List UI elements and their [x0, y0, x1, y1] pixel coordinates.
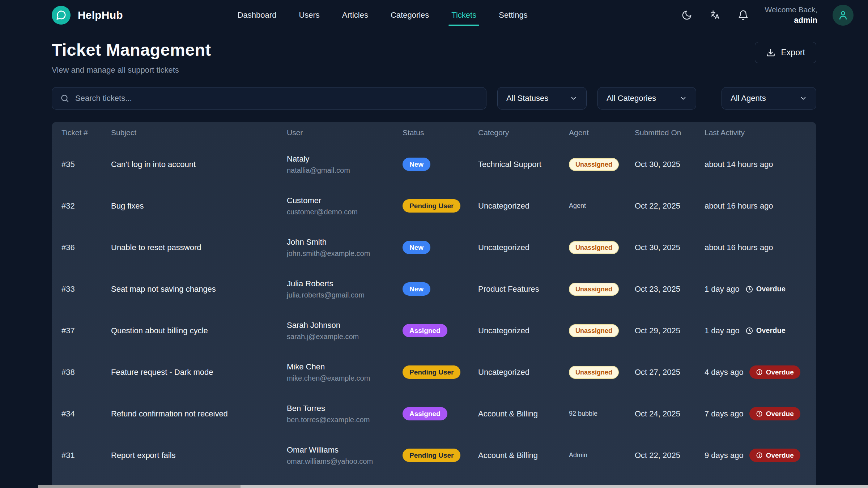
ticket-subject[interactable]: Refund confirmation not received	[111, 409, 287, 419]
page-header: Ticket Management View and manage all su…	[0, 30, 868, 75]
ticket-row[interactable]: #34Refund confirmation not receivedBen T…	[52, 393, 816, 435]
overdue-indicator: Overdue	[745, 326, 786, 335]
ticket-status-cell: Pending User	[403, 365, 478, 379]
nav-item-settings[interactable]: Settings	[498, 0, 528, 30]
scrollbar-thumb[interactable]	[38, 485, 241, 488]
alert-circle-icon	[756, 369, 763, 376]
ticket-subject[interactable]: Bug fixes	[111, 201, 287, 211]
search-input[interactable]	[75, 94, 478, 103]
ticket-user: Ben Torresben.torres@example.com	[287, 404, 403, 424]
overdue-label: Overdue	[756, 326, 786, 335]
category-filter-select[interactable]: All Categories	[597, 87, 696, 110]
ticket-agent-cell: Unassigned	[569, 241, 635, 254]
last-activity-cell: 1 day agoOverdue	[705, 326, 807, 335]
brand-logo-group[interactable]: HelpHub	[52, 6, 123, 25]
ticket-category: Uncategorized	[478, 243, 569, 252]
ticket-status-cell: Pending User	[403, 199, 478, 213]
topbar-right-group: Welcome Back, admin	[680, 5, 854, 26]
overdue-indicator: Overdue	[745, 285, 786, 293]
ticket-agent-cell: 92 bubble	[569, 410, 635, 418]
filters-bar: All Statuses All Categories All Agents	[0, 75, 868, 110]
alert-circle-icon	[756, 452, 763, 459]
ticket-subject[interactable]: Feature request - Dark mode	[111, 368, 287, 377]
nav-item-dashboard[interactable]: Dashboard	[237, 0, 277, 30]
last-activity-time: about 16 hours ago	[705, 243, 773, 252]
overdue-label: Overdue	[766, 452, 794, 459]
status-filter-select[interactable]: All Statuses	[497, 87, 587, 110]
ticket-category: Account & Billing	[478, 451, 569, 460]
overdue-label: Overdue	[766, 410, 794, 417]
search-icon	[60, 94, 69, 103]
ticket-status-cell: New	[403, 282, 478, 296]
notifications-button[interactable]	[737, 9, 750, 22]
agent-unassigned-badge: Unassigned	[569, 283, 619, 296]
ticket-category: Account & Billing	[478, 409, 569, 419]
search-box[interactable]	[52, 87, 486, 110]
nav-item-articles[interactable]: Articles	[341, 0, 369, 30]
ticket-user: Omar Williamsomar.williams@yahoo.com	[287, 445, 403, 466]
agent-filter-select[interactable]: All Agents	[722, 87, 816, 110]
last-activity-cell: 1 day agoOverdue	[705, 284, 807, 294]
ticket-row[interactable]: #38Feature request - Dark modeMike Chenm…	[52, 351, 816, 393]
top-navigation-bar: HelpHub DashboardUsersArticlesCategories…	[0, 0, 868, 30]
submitted-date: Oct 30, 2025	[635, 160, 705, 169]
ticket-subject[interactable]: Question about billing cycle	[111, 326, 287, 335]
user-email: omar.williams@yahoo.com	[287, 457, 403, 466]
username: admin	[765, 15, 818, 26]
user-name: Customer	[287, 196, 403, 205]
dark-mode-toggle[interactable]	[680, 9, 693, 22]
ticket-row[interactable]: #31Report export failsOmar Williamsomar.…	[52, 435, 816, 476]
column-header: User	[287, 128, 403, 137]
ticket-subject[interactable]: Unable to reset password	[111, 243, 287, 252]
submitted-date: Oct 29, 2025	[635, 326, 705, 335]
ticket-row[interactable]: #35Can't log in into accountNatalynatall…	[52, 144, 816, 185]
ticket-number: #38	[61, 368, 111, 377]
user-name: John Smith	[287, 237, 403, 247]
last-activity-cell: about 14 hours ago	[705, 160, 807, 169]
ticket-user: Mike Chenmike.chen@example.com	[287, 362, 403, 382]
ticket-row[interactable]: #36Unable to reset passwordJohn Smithjoh…	[52, 227, 816, 268]
ticket-number: #32	[61, 201, 111, 211]
agent-unassigned-badge: Unassigned	[569, 366, 619, 379]
status-filter-value: All Statuses	[506, 94, 548, 103]
page-title: Ticket Management	[52, 40, 211, 60]
welcome-text: Welcome Back, admin	[765, 5, 818, 26]
ticket-number: #31	[61, 451, 111, 460]
ticket-category: Uncategorized	[478, 368, 569, 377]
last-activity-time: about 16 hours ago	[705, 201, 773, 211]
column-header: Category	[478, 128, 569, 137]
column-header: Status	[403, 128, 478, 137]
last-activity-cell: 7 days agoOverdue	[705, 407, 807, 420]
nav-item-users[interactable]: Users	[298, 0, 320, 30]
horizontal-scrollbar[interactable]	[38, 485, 868, 488]
helphub-logo	[52, 6, 71, 25]
overdue-badge: Overdue	[749, 449, 800, 462]
chat-bubble-icon	[56, 10, 67, 21]
brand-name: HelpHub	[78, 9, 123, 21]
ticket-row[interactable]: #37Question about billing cycleSarah Joh…	[52, 310, 816, 351]
status-badge: Pending User	[403, 365, 460, 379]
ticket-agent-cell: Unassigned	[569, 366, 635, 379]
user-avatar[interactable]	[833, 5, 854, 26]
ticket-number: #36	[61, 243, 111, 252]
user-name: Mike Chen	[287, 362, 403, 372]
status-badge: Pending User	[403, 449, 460, 462]
user-name: Ben Torres	[287, 404, 403, 413]
nav-item-categories[interactable]: Categories	[390, 0, 430, 30]
ticket-subject[interactable]: Seat map not saving changes	[111, 284, 287, 294]
overdue-badge: Overdue	[749, 407, 800, 420]
ticket-subject[interactable]: Report export fails	[111, 451, 287, 460]
user-email: customer@demo.com	[287, 208, 403, 216]
nav-item-tickets[interactable]: Tickets	[451, 0, 477, 30]
ticket-agent-cell: Agent	[569, 202, 635, 210]
ticket-subject[interactable]: Can't log in into account	[111, 160, 287, 169]
language-switcher[interactable]	[709, 9, 722, 22]
ticket-status-cell: Assigned	[403, 324, 478, 337]
clock-icon	[745, 285, 753, 293]
submitted-date: Oct 24, 2025	[635, 409, 705, 419]
overdue-badge: Overdue	[749, 365, 800, 379]
ticket-row[interactable]: #32Bug fixesCustomercustomer@demo.comPen…	[52, 185, 816, 227]
export-button[interactable]: Export	[755, 42, 816, 63]
translate-icon	[709, 9, 721, 21]
ticket-row[interactable]: #33Seat map not saving changesJulia Robe…	[52, 268, 816, 310]
